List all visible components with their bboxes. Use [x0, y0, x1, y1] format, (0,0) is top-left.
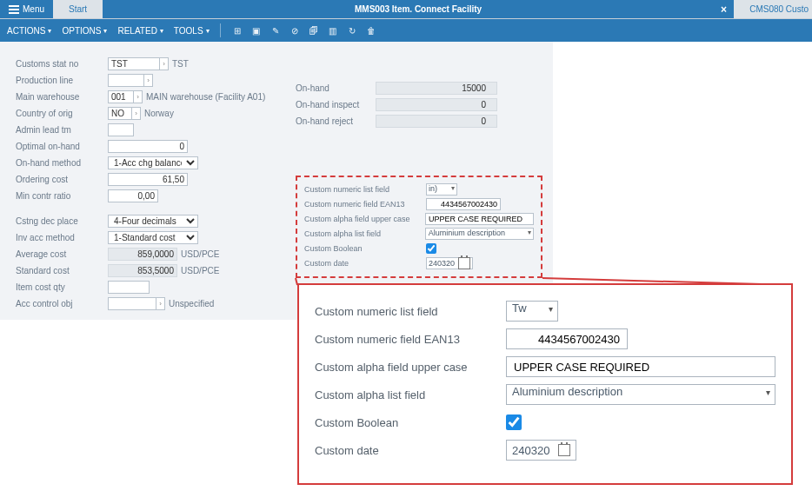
standard-cost-label: Standard cost — [16, 266, 108, 275]
inv-acc-method-select[interactable]: 1-Standard cost — [108, 231, 198, 244]
zoom-numeric-list-label: Custom numeric list field — [315, 305, 506, 318]
optimal-onhand-input[interactable] — [108, 140, 188, 153]
onhand-value: 15000 — [376, 82, 497, 95]
custom-alpha-list-value: Aluminium description — [429, 229, 505, 237]
zoom-alpha-list-select[interactable]: Aluminium description — [506, 384, 775, 405]
main-warehouse-desc: MAIN warehouse (Facility A01) — [146, 92, 265, 102]
zoom-alpha-list-value: Aluminium description — [512, 385, 622, 398]
zoom-date-value: 240320 — [512, 444, 549, 457]
average-cost-value — [108, 248, 177, 261]
acc-control-obj-desc: Unspecified — [169, 299, 214, 308]
zoom-ean13-label: Custom numeric field EAN13 — [315, 333, 506, 346]
zoom-panel: Custom numeric list field Tw Custom nume… — [297, 283, 793, 485]
custom-ean13-input[interactable] — [426, 198, 501, 210]
hamburger-icon — [9, 5, 19, 14]
customs-stat-no-input[interactable] — [108, 57, 160, 70]
cstng-dec-place-select[interactable]: 4-Four decimals — [108, 215, 198, 228]
related-menu[interactable]: RELATED▾ — [117, 26, 163, 36]
chevron-down-icon: ▾ — [103, 27, 107, 35]
zoom-ean13-input[interactable] — [506, 328, 628, 349]
start-tab[interactable]: Start — [53, 4, 103, 14]
secondary-tab[interactable]: CMS080 Custo — [734, 0, 812, 18]
lookup-icon[interactable]: › — [156, 297, 165, 310]
onhand-summary: On-hand15000 On-hand inspect0 On-hand re… — [296, 80, 497, 129]
lookup-icon[interactable]: › — [160, 57, 169, 70]
toolbar-refresh-icon[interactable]: ↻ — [346, 24, 358, 36]
admin-lead-tm-input[interactable] — [108, 123, 134, 136]
chevron-down-icon: ▾ — [48, 27, 51, 35]
acc-control-obj-label: Acc control obj — [16, 299, 108, 308]
item-cost-qty-input[interactable] — [108, 281, 150, 294]
average-cost-unit: USD/PCE — [181, 249, 219, 259]
toolbar-icon-4[interactable]: ⊘ — [289, 24, 301, 36]
custom-alpha-upper-input[interactable] — [425, 213, 534, 225]
inv-acc-method-label: Inv acc method — [16, 233, 108, 242]
toolbar-icon-5[interactable]: 🗐 — [308, 24, 320, 36]
lookup-icon[interactable]: › — [144, 74, 153, 87]
country-of-orig-label: Country of orig — [16, 109, 108, 118]
custom-date-input[interactable]: 240320 — [426, 257, 473, 269]
lookup-icon[interactable]: › — [132, 107, 141, 120]
related-label: RELATED — [117, 26, 156, 36]
standard-cost-value — [108, 264, 177, 277]
chevron-down-icon: ▾ — [206, 27, 210, 35]
custom-ean13-label: Custom numeric field EAN13 — [304, 200, 426, 209]
zoom-alpha-upper-input[interactable] — [506, 356, 775, 377]
custom-numeric-list-select[interactable]: in) — [426, 183, 457, 196]
actions-label: ACTIONS — [7, 26, 45, 36]
tools-menu[interactable]: TOOLS▾ — [174, 26, 210, 36]
custom-date-label: Custom date — [304, 259, 426, 268]
custom-boolean-label: Custom Boolean — [304, 244, 426, 253]
zoom-date-label: Custom date — [315, 444, 506, 457]
options-menu[interactable]: OPTIONS▾ — [62, 26, 107, 36]
customs-stat-no-desc: TST — [172, 59, 189, 69]
custom-date-value: 240320 — [429, 259, 455, 268]
onhand-reject-label: On-hand reject — [296, 116, 376, 126]
zoom-numeric-list-select[interactable]: Tw — [506, 301, 558, 322]
optimal-onhand-label: Optimal on-hand — [16, 142, 108, 151]
custom-numeric-list-label: Custom numeric list field — [304, 185, 426, 194]
toolbar-icon-3[interactable]: ✎ — [270, 24, 282, 36]
ordering-cost-input[interactable] — [108, 173, 188, 186]
custom-boolean-checkbox[interactable] — [426, 243, 436, 254]
admin-lead-tm-label: Admin lead tm — [16, 125, 108, 135]
toolbar-icon-1[interactable]: ⊞ — [231, 24, 243, 36]
main-warehouse-label: Main warehouse — [16, 92, 108, 102]
action-bar: ACTIONS▾ OPTIONS▾ RELATED▾ TOOLS▾ ⊞ ▣ ✎ … — [0, 19, 812, 42]
zoom-alpha-list-label: Custom alpha list field — [315, 388, 506, 401]
onhand-reject-value: 0 — [376, 115, 497, 128]
actions-menu[interactable]: ACTIONS▾ — [7, 26, 51, 36]
zoom-boolean-checkbox[interactable] — [506, 414, 522, 430]
toolbar-icon-8[interactable]: 🗑 — [365, 24, 377, 36]
onhand-method-label: On-hand method — [16, 158, 108, 168]
calendar-icon — [458, 257, 470, 269]
calendar-icon — [558, 444, 570, 456]
production-line-input[interactable] — [108, 74, 144, 87]
custom-fields-highlight: Custom numeric list fieldin) Custom nume… — [296, 176, 542, 278]
min-contr-ratio-input[interactable] — [108, 189, 158, 202]
zoom-boolean-label: Custom Boolean — [315, 416, 506, 429]
custom-numeric-list-value: in) — [429, 184, 437, 193]
ordering-cost-label: Ordering cost — [16, 175, 108, 184]
active-tab[interactable]: MMS003 Item. Connect Facility × — [103, 0, 734, 18]
lookup-icon[interactable]: › — [134, 90, 143, 103]
main-warehouse-input[interactable] — [108, 90, 134, 103]
custom-alpha-upper-label: Custom alpha field upper case — [304, 215, 425, 223]
min-contr-ratio-label: Min contr ratio — [16, 191, 108, 201]
acc-control-obj-input[interactable] — [108, 297, 156, 310]
custom-alpha-list-label: Custom alpha list field — [304, 229, 425, 238]
active-tab-title: MMS003 Item. Connect Facility — [355, 4, 482, 14]
tools-label: TOOLS — [174, 26, 203, 36]
menu-button[interactable]: Menu — [0, 0, 53, 18]
zoom-date-input[interactable]: 240320 — [506, 440, 576, 461]
country-of-orig-input[interactable] — [108, 107, 132, 120]
item-cost-qty-label: Item cost qty — [16, 282, 108, 292]
toolbar-icon-6[interactable]: ▥ — [327, 24, 339, 36]
zoom-numeric-list-value: Tw — [512, 302, 527, 315]
options-label: OPTIONS — [62, 26, 101, 36]
custom-alpha-list-select[interactable]: Aluminium description — [425, 228, 534, 240]
close-tab-icon[interactable]: × — [721, 0, 727, 19]
customs-stat-no-label: Customs stat no — [16, 59, 108, 69]
onhand-method-select[interactable]: 1-Acc chg balance — [108, 156, 198, 169]
toolbar-icon-2[interactable]: ▣ — [250, 24, 263, 36]
